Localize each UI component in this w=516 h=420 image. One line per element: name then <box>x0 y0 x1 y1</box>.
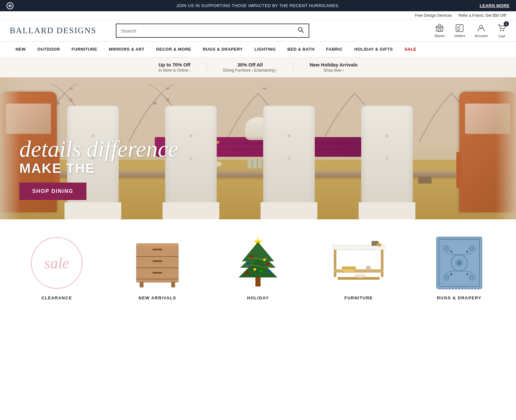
announcement-bar: JOIN US IN SUPPORTING THOSE IMPACTED BY … <box>0 0 516 11</box>
learn-more-link[interactable]: LEARN MORE <box>480 3 510 8</box>
nav-rugs-drapery[interactable]: RUGS & DRAPERY <box>197 42 249 57</box>
nav-outdoor[interactable]: OUTDOOR <box>32 42 66 57</box>
hero-banner: details difference MAKE THE SHOP DINING <box>0 77 516 219</box>
svg-rect-23 <box>153 249 162 250</box>
svg-point-53 <box>366 266 371 271</box>
svg-rect-47 <box>334 269 383 273</box>
svg-rect-25 <box>153 272 162 274</box>
orders-label: Orders <box>454 34 465 38</box>
clearance-label: CLEARANCE <box>41 295 72 300</box>
stores-button[interactable]: Stores <box>434 24 445 38</box>
svg-point-64 <box>443 274 450 281</box>
curtain-left <box>0 77 21 219</box>
cart-button[interactable]: 0 Cart <box>497 23 506 38</box>
svg-point-10 <box>500 30 501 31</box>
svg-point-16 <box>69 98 73 102</box>
svg-rect-5 <box>438 29 441 31</box>
hero-details-text: details <box>19 137 81 161</box>
refer-link[interactable]: Refer a Friend, Get $50 Off! <box>458 13 506 18</box>
search-icon[interactable] <box>298 27 304 35</box>
chair-3 <box>263 106 315 219</box>
nav-bed-bath[interactable]: BED & BATH <box>282 42 320 57</box>
announcement-text: JOIN US IN SUPPORTING THOSE IMPACTED BY … <box>176 3 340 8</box>
svg-point-50 <box>376 243 382 246</box>
nav-holiday-gifts[interactable]: HOLIDAY & GIFTS <box>349 42 399 57</box>
svg-point-35 <box>263 258 266 261</box>
svg-point-18 <box>166 98 169 102</box>
category-new-arrivals[interactable]: NEW ARRIVALS <box>110 235 204 300</box>
free-design-link[interactable]: Free Design Services <box>415 13 452 18</box>
svg-rect-26 <box>140 282 144 287</box>
account-button[interactable]: Account <box>475 24 488 38</box>
category-section: sale CLEARANCE <box>0 219 516 316</box>
svg-rect-42 <box>333 245 384 250</box>
svg-point-41 <box>268 270 271 273</box>
svg-rect-28 <box>136 244 178 246</box>
console-table-svg <box>331 237 386 289</box>
orders-button[interactable]: Orders <box>454 24 465 38</box>
logo[interactable]: BALLARD DESIGNS <box>10 26 96 35</box>
cart-count: 0 <box>504 21 509 26</box>
utility-bar: Free Design Services Refer a Friend, Get… <box>0 11 516 20</box>
rugs-image <box>427 235 491 290</box>
svg-point-68 <box>450 273 452 275</box>
svg-point-11 <box>503 30 504 31</box>
header: BALLARD DESIGNS Stores <box>0 20 516 42</box>
category-grid: sale CLEARANCE <box>10 235 506 300</box>
promo-main-0: Up to 70% Off <box>158 62 190 67</box>
nav-furniture[interactable]: FURNITURE <box>66 42 103 57</box>
nav-sale[interactable]: SALE <box>399 42 422 57</box>
svg-rect-45 <box>334 250 336 277</box>
svg-rect-33 <box>255 277 261 286</box>
svg-point-61 <box>457 260 462 265</box>
nav-lighting[interactable]: LIGHTING <box>249 42 282 57</box>
svg-point-69 <box>466 273 468 275</box>
svg-point-38 <box>253 268 256 271</box>
furniture-label: FURNITURE <box>344 295 373 300</box>
hero-difference-text: difference <box>86 137 178 161</box>
clearance-image: sale <box>25 235 89 290</box>
category-holiday[interactable]: HOLIDAY <box>211 235 305 300</box>
promo-item-holiday[interactable]: New Holiday Arrivals Shop Now › <box>293 62 374 73</box>
promo-bar: Up to 70% Off In-Store & Online › 30% Of… <box>0 57 516 77</box>
svg-point-15 <box>56 102 60 105</box>
rugs-drapery-label: RUGS & DRAPERY <box>437 295 481 300</box>
holiday-label: HOLIDAY <box>247 295 269 300</box>
header-icons: Stores Orders Account <box>434 23 506 38</box>
category-furniture[interactable]: FURNITURE <box>312 235 406 300</box>
glasses <box>248 159 262 168</box>
svg-line-3 <box>302 31 303 33</box>
promo-main-2: New Holiday Arrivals <box>310 62 358 67</box>
promo-item-clearance[interactable]: Up to 70% Off In-Store & Online › <box>142 62 207 73</box>
category-clearance[interactable]: sale CLEARANCE <box>10 235 104 300</box>
svg-point-13 <box>166 88 170 90</box>
chair-4 <box>361 106 413 219</box>
new-arrivals-label: NEW ARRIVALS <box>139 295 176 300</box>
svg-rect-52 <box>342 266 356 269</box>
search-input[interactable] <box>121 28 298 34</box>
hero-text-overlay: details difference MAKE THE SHOP DINING <box>19 137 178 200</box>
dresser-svg <box>133 237 182 289</box>
nav-decor-more[interactable]: DECOR & MORE <box>150 42 197 57</box>
category-rugs-drapery[interactable]: RUGS & DRAPERY <box>412 235 506 300</box>
sale-circle: sale <box>31 237 83 289</box>
svg-rect-24 <box>153 260 162 262</box>
svg-point-14 <box>263 88 266 90</box>
shop-dining-button[interactable]: SHOP DINING <box>19 183 86 200</box>
curtain-right <box>495 77 516 219</box>
svg-point-55 <box>355 274 365 276</box>
pause-button[interactable] <box>6 2 14 9</box>
nav-fabric[interactable]: FABRIC <box>320 42 348 57</box>
svg-point-12 <box>69 88 73 90</box>
nav-mirrors-art[interactable]: MIRRORS & ART <box>103 42 150 57</box>
promo-item-dining[interactable]: 30% Off All Dining Furniture › Entertain… <box>207 62 293 73</box>
svg-point-66 <box>450 251 452 253</box>
svg-point-63 <box>469 245 475 252</box>
stores-label: Stores <box>434 34 445 38</box>
svg-point-2 <box>298 27 302 31</box>
rug-svg <box>435 235 483 290</box>
nav-new[interactable]: NEW <box>10 42 32 57</box>
svg-rect-1 <box>10 5 11 7</box>
promo-main-1: 30% Off All <box>223 62 277 67</box>
svg-point-37 <box>266 263 269 265</box>
